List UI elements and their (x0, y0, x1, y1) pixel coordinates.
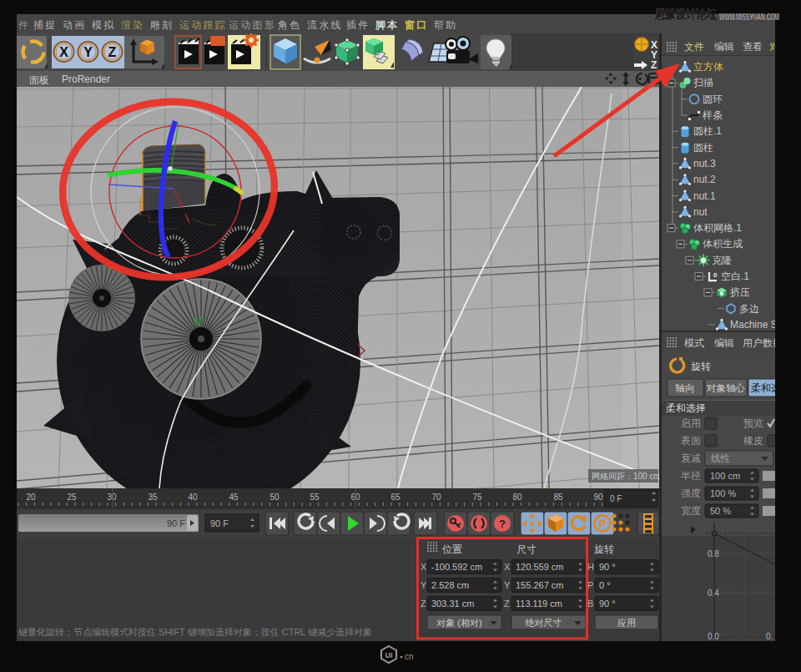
svg-text:位置: 位置 (442, 543, 462, 555)
svg-text:90 F: 90 F (167, 518, 185, 528)
svg-text:0.8: 0.8 (708, 549, 719, 558)
svg-text:旋转: 旋转 (594, 543, 614, 555)
svg-text:UI: UI (385, 651, 393, 659)
svg-text:cn: cn (405, 652, 414, 661)
svg-text:?: ? (499, 518, 506, 530)
svg-text:X: X (59, 45, 68, 59)
svg-text:0 °: 0 ° (599, 580, 611, 590)
svg-text:表面: 表面 (681, 435, 701, 447)
svg-text:45: 45 (229, 493, 239, 502)
svg-text:100 cm: 100 cm (710, 471, 740, 481)
svg-text:nut.2: nut.2 (693, 174, 716, 185)
svg-text:对象 (相对): 对象 (相对) (436, 618, 481, 628)
svg-text:WWW.MISSYUAN.COM: WWW.MISSYUAN.COM (719, 12, 779, 22)
svg-text:Z: Z (421, 599, 426, 609)
svg-text:网格间距：100 cm: 网格间距：100 cm (592, 472, 659, 481)
svg-text:克隆: 克隆 (712, 255, 732, 266)
svg-text:对: 对 (769, 41, 775, 53)
svg-text:75: 75 (472, 493, 482, 502)
svg-text:文件: 文件 (684, 41, 704, 53)
svg-text:50: 50 (270, 493, 280, 502)
svg-text:Y: Y (421, 580, 427, 590)
svg-text:旋转: 旋转 (691, 361, 711, 372)
svg-text:线性: 线性 (711, 453, 731, 463)
svg-text:Z: Z (651, 59, 657, 71)
svg-text:Z: Z (504, 599, 510, 609)
svg-text:扫描: 扫描 (693, 77, 713, 88)
svg-text:90: 90 (593, 493, 603, 502)
svg-text:40: 40 (188, 493, 198, 502)
svg-text:启用: 启用 (681, 417, 701, 429)
svg-text:强度: 强度 (681, 488, 701, 499)
svg-text:0 F: 0 F (610, 494, 622, 503)
svg-text:Y: Y (83, 45, 93, 59)
svg-text:100 %: 100 % (710, 488, 736, 498)
svg-text:55: 55 (310, 493, 320, 502)
svg-text:303.31 cm: 303.31 cm (431, 599, 474, 609)
svg-text:挤压: 挤压 (729, 286, 750, 298)
svg-text:20: 20 (26, 493, 36, 502)
svg-text:体积网格.1: 体积网格.1 (693, 222, 742, 234)
svg-text:0.: 0. (766, 632, 773, 641)
svg-text:对象轴心: 对象轴心 (706, 383, 746, 393)
svg-text:多边: 多边 (739, 303, 759, 315)
svg-text:立方体: 立方体 (693, 61, 723, 73)
svg-text:样条: 样条 (702, 109, 723, 121)
svg-text:Machine S: Machine S (730, 319, 775, 331)
svg-text:体积生成: 体积生成 (703, 238, 743, 250)
svg-text:nut: nut (693, 206, 708, 218)
svg-text:65: 65 (390, 493, 400, 502)
svg-text:半径: 半径 (681, 470, 701, 482)
svg-text:用户数据: 用户数据 (743, 337, 775, 349)
svg-text:橡皮: 橡皮 (743, 435, 763, 447)
svg-text:柔和选: 柔和选 (751, 382, 775, 394)
svg-text:0: 0 (713, 271, 718, 279)
svg-text:120.559 cm: 120.559 cm (516, 562, 563, 572)
svg-text:90 °: 90 ° (599, 599, 616, 609)
svg-text:思缘设计论坛: 思缘设计论坛 (654, 8, 717, 21)
svg-text:2.528 cm: 2.528 cm (431, 580, 469, 590)
svg-text:柔和选择: 柔和选择 (666, 402, 706, 414)
svg-text:0.0: 0.0 (708, 632, 719, 641)
svg-text:0.4: 0.4 (708, 589, 719, 598)
svg-text:nut.3: nut.3 (693, 158, 716, 169)
svg-text:尺寸: 尺寸 (516, 543, 537, 555)
svg-text:H: H (587, 562, 594, 572)
svg-text:圆柱.1: 圆柱.1 (693, 125, 722, 137)
svg-text:轴向: 轴向 (675, 382, 695, 394)
svg-text:空白.1: 空白.1 (721, 270, 749, 282)
svg-text:35: 35 (148, 493, 158, 502)
svg-text:80: 80 (512, 493, 522, 502)
svg-text:-100.592 cm: -100.592 cm (431, 562, 482, 572)
svg-text:155.267 cm: 155.267 cm (516, 580, 563, 590)
svg-text:B: B (587, 599, 593, 609)
svg-text:圆柱: 圆柱 (693, 142, 713, 154)
svg-text:X: X (421, 562, 427, 572)
svg-text:85: 85 (553, 493, 563, 502)
svg-text:编辑: 编辑 (714, 337, 734, 349)
svg-text:90 F: 90 F (210, 518, 229, 528)
svg-text:宽度: 宽度 (681, 505, 701, 517)
svg-text:Y: Y (504, 580, 511, 590)
svg-text:衰减: 衰减 (681, 452, 701, 464)
svg-text:70: 70 (431, 493, 441, 502)
svg-text:P: P (599, 518, 606, 530)
svg-text:nut.1: nut.1 (693, 190, 716, 202)
svg-text:编辑: 编辑 (714, 41, 734, 53)
svg-text:Z: Z (108, 45, 117, 59)
svg-text:90 °: 90 ° (599, 562, 616, 572)
svg-text:50 %: 50 % (710, 506, 731, 516)
svg-text:113.119 cm: 113.119 cm (516, 599, 562, 609)
svg-text:圆环: 圆环 (703, 93, 723, 105)
svg-text:X: X (504, 562, 511, 572)
svg-text:查看: 查看 (743, 41, 763, 53)
svg-text:P: P (587, 580, 593, 590)
svg-text:应用: 应用 (617, 618, 636, 628)
svg-text:预览: 预览 (743, 417, 763, 429)
svg-text:30: 30 (107, 493, 117, 502)
svg-text:25: 25 (67, 493, 77, 502)
svg-text:绝对尺寸: 绝对尺寸 (526, 618, 562, 628)
svg-text:模式: 模式 (684, 337, 704, 349)
